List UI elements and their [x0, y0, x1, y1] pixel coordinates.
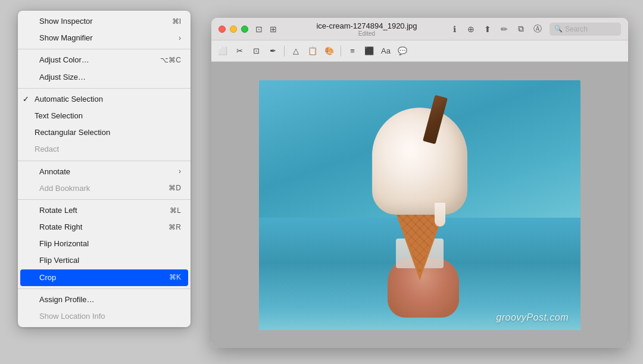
context-menu[interactable]: Show Inspector ⌘I Show Magnifier › Adjus…: [18, 11, 191, 327]
zoom-in-icon[interactable]: ⊕: [466, 24, 476, 34]
edit-icon[interactable]: ✏: [500, 24, 509, 34]
watermark: groovyPost.com: [496, 312, 569, 323]
toolbar-lasso-icon[interactable]: ✂: [233, 45, 246, 58]
filename-label: ice-cream-1274894_1920.jpg: [316, 21, 417, 30]
preview-window: ⊡ ⊞ ice-cream-1274894_1920.jpg Edited ℹ …: [211, 18, 628, 348]
menu-item-adjust-color[interactable]: Adjust Color… ⌥⌘C: [18, 52, 191, 68]
content-area: groovyPost.com: [211, 62, 628, 348]
menu-item-adjust-size[interactable]: Adjust Size…: [18, 69, 191, 86]
menu-item-crop[interactable]: Crop ⌘K: [20, 269, 188, 286]
toolbar-speech-icon[interactable]: 💬: [396, 45, 409, 58]
view-icon[interactable]: ⊞: [269, 24, 278, 34]
toolbar-crop-icon[interactable]: ⊡: [249, 45, 263, 58]
menu-item-show-location-info: Show Location Info: [18, 308, 191, 325]
toolbar-pages-icon[interactable]: 📋: [306, 45, 319, 58]
image-display: groovyPost.com: [259, 80, 580, 330]
search-box[interactable]: 🔍 Search: [550, 23, 621, 36]
menu-item-flip-horizontal[interactable]: Flip Horizontal: [18, 236, 191, 252]
scoop-element: [372, 108, 467, 215]
menu-item-assign-profile[interactable]: Assign Profile…: [18, 291, 191, 308]
scoop-drip: [435, 203, 445, 227]
menu-item-text-selection[interactable]: Text Selection: [18, 108, 191, 124]
menu-item-redact: Redact: [18, 141, 191, 158]
toolbar-layout-icon[interactable]: ⬛: [363, 45, 376, 58]
menu-item-show-inspector[interactable]: Show Inspector ⌘I: [18, 13, 191, 30]
separator-5: [18, 288, 191, 289]
ice-cream-photo: groovyPost.com: [259, 80, 580, 330]
menu-item-add-bookmark: Add Bookmark ⌘D: [18, 180, 191, 197]
titlebar-center: ice-cream-1274894_1920.jpg Edited: [284, 21, 450, 37]
toolbar-align-icon[interactable]: ≡: [346, 45, 359, 58]
toolbar-sep-2: [341, 46, 341, 57]
menu-item-rotate-right[interactable]: Rotate Right ⌘R: [18, 219, 191, 236]
profile-icon[interactable]: Ⓐ: [533, 24, 542, 34]
edited-label: Edited: [358, 30, 375, 37]
traffic-lights: [219, 26, 248, 33]
titlebar-icons: ℹ ⊕ ⬆ ✏ ⧉ Ⓐ 🔍 Search: [450, 23, 621, 36]
separator-3: [18, 161, 191, 161]
menu-item-flip-vertical[interactable]: Flip Vertical: [18, 252, 191, 269]
share-icon[interactable]: ⬆: [483, 24, 492, 34]
menu-item-automatic-selection[interactable]: ✓ Automatic Selection: [18, 91, 191, 108]
toolbar-select-icon[interactable]: ⬜: [216, 45, 229, 58]
menu-item-show-magnifier[interactable]: Show Magnifier ›: [18, 30, 191, 46]
search-icon: 🔍: [554, 25, 563, 33]
info-icon[interactable]: ℹ: [450, 24, 459, 34]
toolbar-sep-1: [284, 46, 285, 57]
titlebar: ⊡ ⊞ ice-cream-1274894_1920.jpg Edited ℹ …: [211, 18, 628, 40]
separator-1: [18, 49, 191, 49]
menu-item-rectangular-selection[interactable]: Rectangular Selection: [18, 124, 191, 141]
menu-item-annotate[interactable]: Annotate ›: [18, 164, 191, 180]
sidebar-toggle-icon[interactable]: ⊡: [254, 24, 264, 34]
duplicate-icon[interactable]: ⧉: [516, 24, 526, 34]
menu-item-rotate-left[interactable]: Rotate Left ⌘L: [18, 202, 191, 219]
toolbar-shapes-icon[interactable]: △: [289, 45, 302, 58]
toolbar-pen-icon[interactable]: ✒: [266, 45, 279, 58]
separator-2: [18, 88, 191, 89]
separator-4: [18, 199, 191, 200]
close-button[interactable]: [219, 26, 226, 33]
toolbar-text-icon[interactable]: Aa: [379, 45, 392, 58]
toolbar: ⬜ ✂ ⊡ ✒ △ 📋 🎨 ≡ ⬛ Aa 💬: [211, 40, 628, 62]
minimize-button[interactable]: [230, 26, 237, 33]
toolbar-color-icon[interactable]: 🎨: [323, 45, 336, 58]
maximize-button[interactable]: [241, 26, 248, 33]
